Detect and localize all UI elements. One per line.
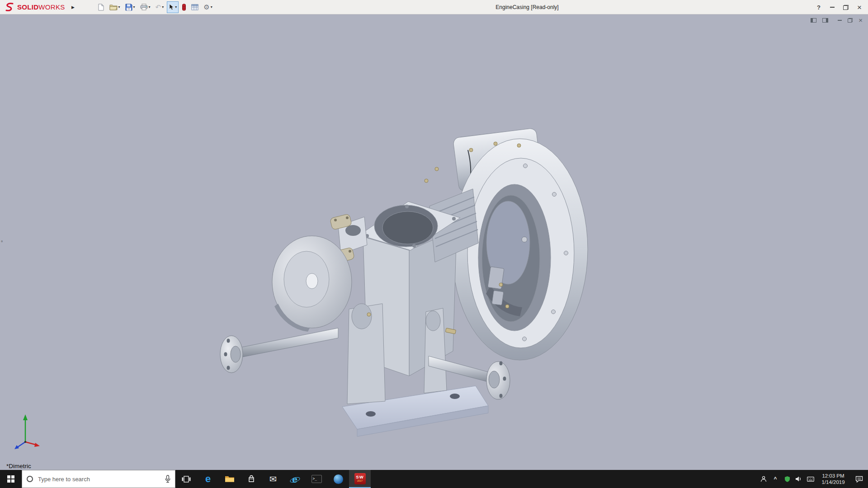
new-document-button[interactable] (96, 1, 106, 13)
sw-badge-line1: SW (356, 475, 363, 479)
options-button[interactable]: ⚙ ▾ (202, 1, 214, 13)
chevron-down-icon: ▾ (133, 5, 135, 9)
action-center-icon (855, 476, 863, 483)
mail-envelope-icon: ✉ (269, 475, 277, 483)
view-orientation-label: *Dimetric (6, 463, 31, 469)
print-button[interactable]: ▾ (138, 1, 152, 13)
maximize-button[interactable] (839, 0, 853, 14)
cortana-circle-icon (27, 476, 33, 482)
system-tray: ^ 12:03 PM (758, 470, 868, 488)
internet-explorer-icon: e (290, 474, 300, 484)
undo-icon: ↶ (156, 4, 161, 10)
minimize-icon (830, 7, 835, 8)
pane-left-icon (811, 18, 816, 23)
console-button[interactable]: >_ (306, 470, 327, 488)
red-indicator-button[interactable] (180, 1, 188, 13)
undo-button[interactable]: ↶ ▾ (154, 1, 166, 13)
doc-restore-icon (848, 18, 853, 23)
file-explorer-button[interactable] (219, 470, 241, 488)
menu-flyout-button[interactable]: ▶ (70, 2, 77, 13)
titlebar: SOLIDWORKS ▶ ▾ ▾ ▾ ↶ ▾ (0, 0, 868, 14)
close-button[interactable]: × (853, 0, 866, 14)
keyboard-icon (807, 477, 814, 482)
chevron-up-icon: ^ (774, 476, 777, 482)
microphone-icon[interactable] (165, 475, 170, 483)
close-icon: × (857, 4, 862, 11)
save-floppy-icon (125, 4, 132, 11)
red-pill-icon (182, 4, 186, 11)
doc-close-button[interactable]: × (859, 17, 863, 23)
speaker-icon (795, 476, 802, 482)
print-icon (140, 4, 148, 10)
action-center-button[interactable] (850, 470, 868, 488)
task-view-icon (182, 476, 191, 483)
edge-handle-glyph: ° (1, 239, 3, 245)
brand-solid: SOLID (17, 3, 38, 11)
pane-right-icon (822, 18, 828, 23)
windows-logo-icon (7, 475, 15, 483)
windows-taskbar: e ✉ e >_ SW (0, 470, 868, 488)
open-folder-icon (109, 4, 118, 10)
doc-close-icon: × (859, 17, 863, 23)
person-icon (760, 476, 767, 482)
doc-minimize-icon (838, 20, 842, 21)
engine-casing-model (0, 14, 868, 470)
dassault-swoosh-icon (4, 2, 15, 12)
security-shield-button[interactable] (781, 470, 793, 488)
touch-keyboard-button[interactable] (805, 470, 816, 488)
panel-edge-handle[interactable]: ° (1, 239, 3, 245)
task-view-button[interactable] (175, 470, 197, 488)
solidworks-window: SOLIDWORKS ▶ ▾ ▾ ▾ ↶ ▾ (0, 0, 868, 488)
cursor-arrow-icon (169, 4, 174, 10)
volume-button[interactable] (793, 470, 805, 488)
brand-works: WORKS (38, 3, 65, 11)
search-input[interactable] (37, 475, 161, 483)
tray-date: 1/14/2019 (821, 479, 844, 485)
photos-app-button[interactable] (327, 470, 349, 488)
help-button[interactable]: ? (812, 0, 826, 14)
solidworks-logo: SOLIDWORKS (4, 2, 65, 12)
store-button[interactable] (241, 470, 262, 488)
shield-icon (784, 476, 790, 482)
edge-button[interactable]: e (197, 470, 219, 488)
chevron-down-icon: ▾ (118, 5, 120, 9)
document-title: EngineCasing [Read-only] (495, 0, 558, 14)
chevron-down-icon: ▾ (175, 5, 177, 9)
properties-table-button[interactable] (189, 1, 200, 13)
start-button[interactable] (0, 470, 22, 488)
taskbar-search-box[interactable] (22, 470, 175, 488)
select-tool-button[interactable]: ▾ (167, 1, 179, 13)
graphics-viewport[interactable]: × ° *Dimetric (0, 14, 868, 470)
blue-sphere-app-icon (334, 474, 343, 484)
chevron-down-icon: ▾ (149, 5, 151, 9)
document-window-controls: × (811, 17, 863, 23)
quick-access-toolbar: ▾ ▾ ▾ ↶ ▾ ▾ (96, 1, 214, 13)
doc-pane-left-button[interactable] (811, 18, 816, 23)
store-bag-icon (247, 474, 255, 483)
save-button[interactable]: ▾ (123, 1, 137, 13)
mail-button[interactable]: ✉ (262, 470, 284, 488)
open-button[interactable]: ▾ (108, 1, 122, 13)
new-document-icon (98, 4, 104, 11)
tray-overflow-button[interactable]: ^ (769, 470, 781, 488)
orientation-triad-icon (8, 410, 43, 451)
brand-text: SOLIDWORKS (17, 3, 65, 11)
sw-badge-line2: 2017 (357, 480, 363, 483)
console-prompt-text: >_ (313, 477, 317, 481)
edge-icon: e (205, 474, 211, 484)
doc-restore-button[interactable] (848, 18, 853, 23)
folder-icon (225, 475, 235, 483)
doc-pane-right-button[interactable] (822, 18, 828, 23)
people-button[interactable] (758, 470, 769, 488)
internet-explorer-button[interactable]: e (284, 470, 306, 488)
solidworks-taskbar-button[interactable]: SW 2017 (349, 470, 371, 488)
ie-letter: e (292, 474, 297, 484)
clock-tray-button[interactable]: 12:03 PM 1/14/2019 (816, 470, 850, 488)
doc-minimize-button[interactable] (838, 20, 842, 21)
gear-icon: ⚙ (203, 4, 209, 10)
table-grid-icon (191, 4, 198, 10)
flyout-arrow-icon: ▶ (71, 5, 75, 9)
help-icon: ? (817, 4, 821, 11)
solidworks-app-icon: SW 2017 (354, 473, 366, 484)
minimize-button[interactable] (826, 0, 839, 14)
